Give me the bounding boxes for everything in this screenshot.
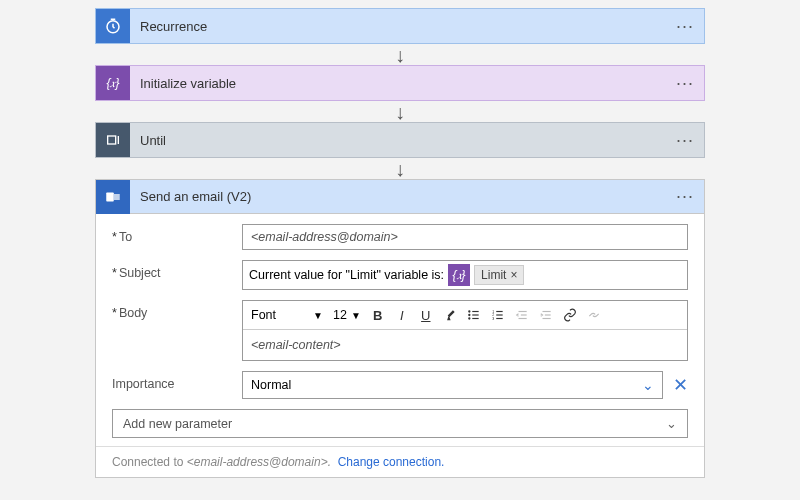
step-send-email-header[interactable]: Send an email (V2) ··· — [96, 180, 704, 214]
indent-button[interactable] — [535, 304, 557, 326]
outlook-icon — [96, 180, 130, 214]
unlink-button[interactable] — [583, 304, 605, 326]
svg-point-5 — [469, 314, 470, 315]
body-editor: Font▼ 12▼ B I U 123 — [242, 300, 688, 361]
change-connection-link[interactable]: Change connection. — [338, 455, 445, 469]
svg-point-4 — [469, 311, 470, 312]
bold-button[interactable]: B — [367, 304, 389, 326]
connection-footer: Connected to <email-address@domain>. Cha… — [96, 446, 704, 477]
add-parameter-select[interactable]: Add new parameter ⌄ — [112, 409, 688, 438]
step-recurrence[interactable]: Recurrence ··· — [95, 8, 705, 44]
field-label-body: *Body — [112, 300, 242, 320]
step-title: Until — [130, 133, 666, 148]
subject-text: Current value for "Limit" variable is: — [249, 268, 444, 282]
connector-arrow-icon: ↓ — [395, 159, 405, 179]
step-title: Initialize variable — [130, 76, 666, 91]
workflow-canvas: Recurrence ··· ↓ {𝑥} Initialize variable… — [0, 8, 800, 478]
clock-icon — [96, 9, 130, 43]
bullet-list-button[interactable] — [463, 304, 485, 326]
to-input[interactable] — [242, 224, 688, 250]
step-menu-button[interactable]: ··· — [666, 16, 704, 37]
font-select[interactable]: Font▼ — [247, 306, 327, 324]
color-button[interactable] — [439, 304, 461, 326]
chevron-down-icon: ⌄ — [666, 416, 677, 431]
step-title: Recurrence — [130, 19, 666, 34]
underline-button[interactable]: U — [415, 304, 437, 326]
svg-point-6 — [469, 318, 470, 319]
font-size-select[interactable]: 12▼ — [329, 306, 365, 324]
variable-token-chip[interactable]: Limit × — [474, 265, 524, 285]
svg-text:3: 3 — [492, 317, 494, 321]
step-title: Send an email (V2) — [130, 189, 666, 204]
outdent-button[interactable] — [511, 304, 533, 326]
step-initialize-variable[interactable]: {𝑥} Initialize variable ··· — [95, 65, 705, 101]
remove-parameter-button[interactable]: ✕ — [663, 374, 688, 396]
subject-input[interactable]: Current value for "Limit" variable is: {… — [242, 260, 688, 290]
step-menu-button[interactable]: ··· — [666, 73, 704, 94]
link-button[interactable] — [559, 304, 581, 326]
connector-arrow-icon: ↓ — [395, 102, 405, 122]
step-menu-button[interactable]: ··· — [666, 186, 704, 207]
field-label-importance: Importance — [112, 371, 242, 391]
importance-select[interactable]: Normal ⌄ — [242, 371, 663, 399]
loop-icon — [96, 123, 130, 157]
svg-rect-2 — [106, 192, 114, 201]
body-input[interactable]: <email-content> — [243, 330, 687, 360]
variable-token-icon: {𝑥} — [448, 264, 470, 286]
variable-icon: {𝑥} — [96, 66, 130, 100]
field-label-subject: *Subject — [112, 260, 242, 280]
number-list-button[interactable]: 123 — [487, 304, 509, 326]
svg-rect-1 — [108, 136, 116, 144]
chevron-down-icon: ⌄ — [642, 377, 654, 393]
connector-arrow-icon: ↓ — [395, 45, 405, 65]
token-remove-icon[interactable]: × — [510, 268, 517, 282]
italic-button[interactable]: I — [391, 304, 413, 326]
step-menu-button[interactable]: ··· — [666, 130, 704, 151]
rtf-toolbar: Font▼ 12▼ B I U 123 — [243, 301, 687, 330]
step-until[interactable]: Until ··· — [95, 122, 705, 158]
svg-rect-3 — [114, 194, 120, 200]
step-send-email: Send an email (V2) ··· *To *Subject Curr… — [95, 179, 705, 478]
field-label-to: *To — [112, 224, 242, 244]
